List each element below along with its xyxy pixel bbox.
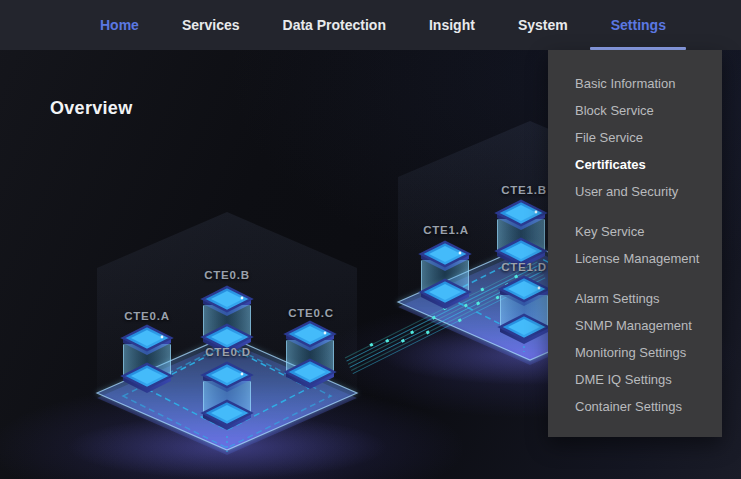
node-label-cte1a: CTE1.A [423, 224, 469, 236]
menu-item-container-settings[interactable]: Container Settings [548, 393, 722, 420]
left-cluster-wall [97, 212, 357, 393]
nav-tab-insight-label: Insight [429, 17, 475, 33]
menu-item-basic-information[interactable]: Basic Information [548, 70, 722, 97]
node-box-cte1b [497, 201, 545, 268]
node-label-cte0d: CTE0.D [205, 346, 251, 358]
node-label-cte0c: CTE0.C [288, 307, 334, 319]
node-label-cte1b: CTE1.B [501, 184, 547, 196]
settings-dropdown-menu: Basic Information Block Service File Ser… [548, 50, 722, 437]
data-beams [344, 261, 546, 375]
app-window: CTE0.A CTE0.B CTE0.C CTE0.D CTE1.A CTE1.… [0, 0, 741, 479]
node-label-cte1d: CTE1.D [501, 261, 547, 273]
menu-group-keys-licenses: Key Service License Management [548, 218, 722, 272]
node-label-cte0b: CTE0.B [204, 269, 250, 281]
node-box-cte1d [500, 277, 548, 344]
nav-tab-system-label: System [518, 17, 568, 33]
menu-item-file-service[interactable]: File Service [548, 124, 722, 151]
nav-tab-data-protection-label: Data Protection [283, 17, 386, 33]
nav-tab-data-protection[interactable]: Data Protection [283, 0, 386, 50]
node-box-cte1a [421, 242, 469, 309]
node-label-cte0a: CTE0.A [124, 310, 170, 322]
nav-tab-home[interactable]: Home [100, 0, 139, 50]
menu-item-dme-iq-settings[interactable]: DME IQ Settings [548, 366, 722, 393]
node-box-cte0c [286, 322, 334, 389]
menu-group-monitoring: Alarm Settings SNMP Management Monitorin… [548, 285, 722, 420]
menu-item-snmp-management[interactable]: SNMP Management [548, 312, 722, 339]
nav-tab-services[interactable]: Services [182, 0, 240, 50]
menu-item-monitoring-settings[interactable]: Monitoring Settings [548, 339, 722, 366]
nav-tab-services-label: Services [182, 17, 240, 33]
menu-item-user-and-security[interactable]: User and Security [548, 178, 722, 205]
menu-item-license-management[interactable]: License Management [548, 245, 722, 272]
menu-item-certificates[interactable]: Certificates [548, 151, 722, 178]
nav-tab-settings[interactable]: Settings [611, 0, 666, 50]
node-box-cte0a [123, 326, 171, 393]
node-box-cte0b [203, 287, 251, 354]
nav-tab-settings-label: Settings [611, 17, 666, 33]
node-box-cte0d [203, 363, 251, 430]
page-title: Overview [50, 98, 132, 119]
top-navbar: Home Services Data Protection Insight Sy… [0, 0, 741, 50]
menu-item-key-service[interactable]: Key Service [548, 218, 722, 245]
menu-group-services: Basic Information Block Service File Ser… [548, 70, 722, 205]
nav-tab-insight[interactable]: Insight [429, 0, 475, 50]
nav-tab-system[interactable]: System [518, 0, 568, 50]
nav-tab-home-label: Home [100, 17, 139, 33]
menu-item-block-service[interactable]: Block Service [548, 97, 722, 124]
menu-item-alarm-settings[interactable]: Alarm Settings [548, 285, 722, 312]
